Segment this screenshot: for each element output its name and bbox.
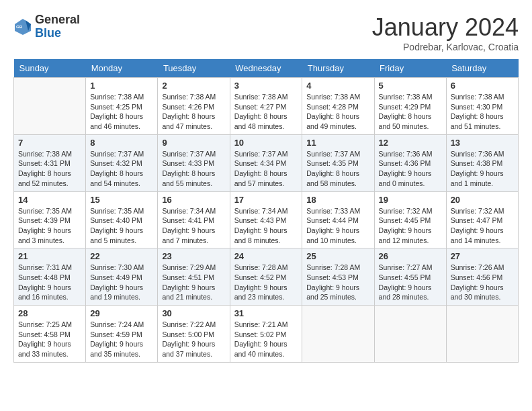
week-row-3: 14Sunrise: 7:35 AMSunset: 4:39 PMDayligh… <box>14 191 519 248</box>
day-info: Sunrise: 7:21 AMSunset: 5:02 PMDaylight:… <box>234 320 298 359</box>
logo-icon: GB <box>13 17 32 36</box>
svg-text:GB: GB <box>16 25 23 29</box>
day-info: Sunrise: 7:36 AMSunset: 4:36 PMDaylight:… <box>379 149 442 189</box>
calendar-cell <box>374 306 446 363</box>
weekday-header-friday: Friday <box>374 59 446 78</box>
calendar-cell: 9Sunrise: 7:37 AMSunset: 4:33 PMDaylight… <box>158 134 230 191</box>
day-info: Sunrise: 7:37 AMSunset: 4:33 PMDaylight:… <box>162 149 225 189</box>
calendar-cell: 31Sunrise: 7:21 AMSunset: 5:02 PMDayligh… <box>230 306 302 363</box>
day-number: 30 <box>162 308 225 318</box>
week-row-1: 1Sunrise: 7:38 AMSunset: 4:25 PMDaylight… <box>14 78 519 135</box>
day-number: 5 <box>379 81 442 91</box>
day-number: 29 <box>90 308 153 318</box>
calendar-cell: 8Sunrise: 7:37 AMSunset: 4:32 PMDaylight… <box>86 134 158 191</box>
day-number: 10 <box>234 138 298 148</box>
calendar-cell: 14Sunrise: 7:35 AMSunset: 4:39 PMDayligh… <box>14 191 86 248</box>
day-number: 1 <box>90 81 153 91</box>
calendar-cell: 21Sunrise: 7:31 AMSunset: 4:48 PMDayligh… <box>14 248 86 306</box>
day-info: Sunrise: 7:30 AMSunset: 4:49 PMDaylight:… <box>90 263 153 302</box>
calendar-cell: 16Sunrise: 7:34 AMSunset: 4:41 PMDayligh… <box>158 191 230 248</box>
calendar-cell <box>446 306 518 363</box>
day-info: Sunrise: 7:24 AMSunset: 4:59 PMDaylight:… <box>90 320 153 359</box>
week-row-4: 21Sunrise: 7:31 AMSunset: 4:48 PMDayligh… <box>14 248 519 306</box>
day-number: 2 <box>162 81 225 91</box>
day-number: 26 <box>379 251 442 261</box>
calendar-cell: 18Sunrise: 7:33 AMSunset: 4:44 PMDayligh… <box>302 191 374 248</box>
day-info: Sunrise: 7:26 AMSunset: 4:56 PMDaylight:… <box>451 263 514 302</box>
day-number: 12 <box>379 138 442 148</box>
day-number: 7 <box>18 138 81 148</box>
page-header: GB General Blue January 2024 Podrebar, K… <box>13 13 519 52</box>
day-info: Sunrise: 7:25 AMSunset: 4:58 PMDaylight:… <box>18 320 81 359</box>
calendar-cell: 19Sunrise: 7:32 AMSunset: 4:45 PMDayligh… <box>374 191 446 248</box>
day-info: Sunrise: 7:29 AMSunset: 4:51 PMDaylight:… <box>162 263 225 302</box>
day-info: Sunrise: 7:22 AMSunset: 5:00 PMDaylight:… <box>162 320 225 359</box>
day-number: 18 <box>306 195 369 205</box>
day-number: 31 <box>234 308 298 318</box>
month-title: January 2024 <box>372 13 519 42</box>
weekday-header-row: SundayMondayTuesdayWednesdayThursdayFrid… <box>14 59 519 78</box>
day-number: 8 <box>90 138 153 148</box>
logo-blue-text: Blue <box>35 26 61 40</box>
weekday-header-wednesday: Wednesday <box>230 59 302 78</box>
day-number: 25 <box>306 251 369 261</box>
calendar-cell <box>302 306 374 363</box>
week-row-5: 28Sunrise: 7:25 AMSunset: 4:58 PMDayligh… <box>14 306 519 363</box>
calendar-cell: 5Sunrise: 7:38 AMSunset: 4:29 PMDaylight… <box>374 78 446 135</box>
day-number: 11 <box>306 138 369 148</box>
calendar-cell: 1Sunrise: 7:38 AMSunset: 4:25 PMDaylight… <box>86 78 158 135</box>
calendar-cell: 20Sunrise: 7:32 AMSunset: 4:47 PMDayligh… <box>446 191 518 248</box>
day-number: 24 <box>234 251 298 261</box>
weekday-header-tuesday: Tuesday <box>158 59 230 78</box>
day-info: Sunrise: 7:38 AMSunset: 4:27 PMDaylight:… <box>234 92 298 132</box>
day-info: Sunrise: 7:35 AMSunset: 4:39 PMDaylight:… <box>18 206 81 246</box>
calendar-cell: 26Sunrise: 7:27 AMSunset: 4:55 PMDayligh… <box>374 248 446 306</box>
day-number: 14 <box>18 195 81 205</box>
calendar-cell <box>14 78 86 135</box>
day-number: 4 <box>306 81 369 91</box>
day-number: 20 <box>451 195 514 205</box>
day-number: 28 <box>18 308 81 318</box>
day-info: Sunrise: 7:36 AMSunset: 4:38 PMDaylight:… <box>451 149 514 189</box>
day-info: Sunrise: 7:34 AMSunset: 4:41 PMDaylight:… <box>162 206 225 246</box>
day-number: 22 <box>90 251 153 261</box>
day-info: Sunrise: 7:33 AMSunset: 4:44 PMDaylight:… <box>306 206 369 246</box>
day-number: 27 <box>451 251 514 261</box>
day-info: Sunrise: 7:32 AMSunset: 4:45 PMDaylight:… <box>379 206 442 246</box>
calendar-cell: 13Sunrise: 7:36 AMSunset: 4:38 PMDayligh… <box>446 134 518 191</box>
calendar-cell: 10Sunrise: 7:37 AMSunset: 4:34 PMDayligh… <box>230 134 302 191</box>
calendar-cell: 3Sunrise: 7:38 AMSunset: 4:27 PMDaylight… <box>230 78 302 135</box>
calendar-cell: 12Sunrise: 7:36 AMSunset: 4:36 PMDayligh… <box>374 134 446 191</box>
week-row-2: 7Sunrise: 7:38 AMSunset: 4:31 PMDaylight… <box>14 134 519 191</box>
calendar-cell: 15Sunrise: 7:35 AMSunset: 4:40 PMDayligh… <box>86 191 158 248</box>
calendar-cell: 29Sunrise: 7:24 AMSunset: 4:59 PMDayligh… <box>86 306 158 363</box>
day-info: Sunrise: 7:35 AMSunset: 4:40 PMDaylight:… <box>90 206 153 246</box>
day-info: Sunrise: 7:32 AMSunset: 4:47 PMDaylight:… <box>451 206 514 246</box>
day-info: Sunrise: 7:37 AMSunset: 4:34 PMDaylight:… <box>234 149 298 189</box>
day-number: 23 <box>162 251 225 261</box>
location-text: Podrebar, Karlovac, Croatia <box>372 42 519 52</box>
day-info: Sunrise: 7:38 AMSunset: 4:28 PMDaylight:… <box>306 92 369 132</box>
day-info: Sunrise: 7:28 AMSunset: 4:53 PMDaylight:… <box>306 263 369 302</box>
day-number: 6 <box>451 81 514 91</box>
day-info: Sunrise: 7:34 AMSunset: 4:43 PMDaylight:… <box>234 206 298 246</box>
day-info: Sunrise: 7:31 AMSunset: 4:48 PMDaylight:… <box>18 263 81 302</box>
day-number: 13 <box>451 138 514 148</box>
calendar-cell: 28Sunrise: 7:25 AMSunset: 4:58 PMDayligh… <box>14 306 86 363</box>
day-info: Sunrise: 7:28 AMSunset: 4:52 PMDaylight:… <box>234 263 298 302</box>
weekday-header-monday: Monday <box>86 59 158 78</box>
calendar-cell: 17Sunrise: 7:34 AMSunset: 4:43 PMDayligh… <box>230 191 302 248</box>
day-number: 16 <box>162 195 225 205</box>
day-info: Sunrise: 7:37 AMSunset: 4:35 PMDaylight:… <box>306 149 369 189</box>
calendar-cell: 23Sunrise: 7:29 AMSunset: 4:51 PMDayligh… <box>158 248 230 306</box>
day-number: 17 <box>234 195 298 205</box>
logo-general-text: General <box>35 13 80 26</box>
weekday-header-sunday: Sunday <box>14 59 86 78</box>
day-info: Sunrise: 7:37 AMSunset: 4:32 PMDaylight:… <box>90 149 153 189</box>
day-info: Sunrise: 7:38 AMSunset: 4:31 PMDaylight:… <box>18 149 81 189</box>
day-info: Sunrise: 7:38 AMSunset: 4:29 PMDaylight:… <box>379 92 442 132</box>
calendar-table: SundayMondayTuesdayWednesdayThursdayFrid… <box>13 59 519 363</box>
calendar-cell: 22Sunrise: 7:30 AMSunset: 4:49 PMDayligh… <box>86 248 158 306</box>
day-info: Sunrise: 7:38 AMSunset: 4:26 PMDaylight:… <box>162 92 225 132</box>
day-info: Sunrise: 7:38 AMSunset: 4:25 PMDaylight:… <box>90 92 153 132</box>
